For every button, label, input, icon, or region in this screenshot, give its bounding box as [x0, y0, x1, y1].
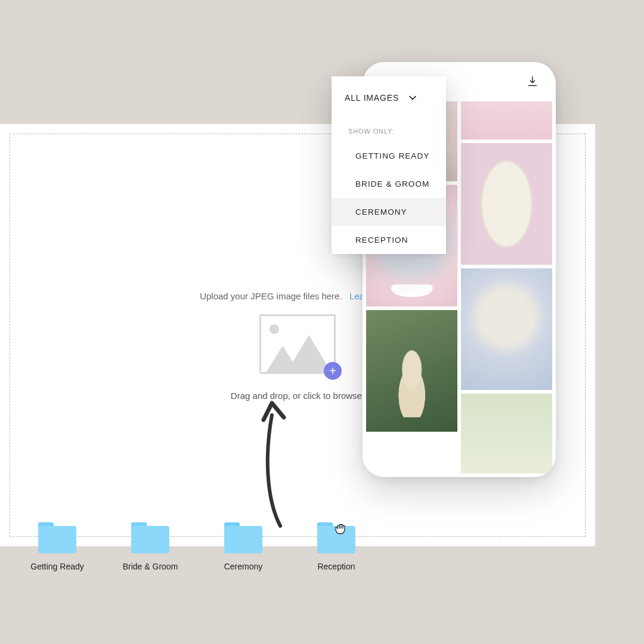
filter-option-getting-ready[interactable]: GETTING READY: [332, 142, 446, 170]
filter-option-label: CEREMONY: [355, 208, 407, 216]
folder-reception[interactable]: Reception: [304, 522, 369, 571]
gallery-image[interactable]: [366, 310, 457, 432]
filter-option-bride-and-groom[interactable]: BRIDE & GROOM: [332, 170, 446, 198]
folder-bride-and-groom[interactable]: Bride & Groom: [118, 522, 182, 571]
filter-selected-label: ALL IMAGES: [345, 93, 399, 103]
plus-icon: +: [324, 362, 342, 380]
filter-subtitle: SHOW ONLY:: [332, 113, 446, 142]
chevron-down-icon: [408, 94, 417, 102]
folder-label: Ceremony: [224, 562, 263, 571]
filter-option-label: RECEPTION: [355, 236, 408, 244]
image-placeholder[interactable]: +: [259, 314, 336, 374]
folder-icon: [38, 522, 76, 553]
folder-getting-ready[interactable]: Getting Ready: [25, 522, 89, 571]
folder-label: Getting Ready: [30, 562, 84, 571]
filter-option-ceremony[interactable]: CEREMONY: [332, 198, 446, 226]
gallery-image[interactable]: [461, 394, 552, 473]
folder-label: Reception: [317, 562, 355, 571]
upload-headline: Upload your JPEG image files here.: [200, 291, 342, 301]
filter-option-label: BRIDE & GROOM: [355, 179, 429, 188]
download-icon[interactable]: [526, 75, 539, 88]
folder-icon: [317, 522, 355, 553]
image-placeholder-icon: [259, 314, 336, 374]
filter-dropdown: ALL IMAGES SHOW ONLY: GETTING READY BRID…: [332, 76, 446, 254]
filter-dropdown-toggle[interactable]: ALL IMAGES: [332, 76, 446, 113]
folder-icon: [224, 522, 262, 553]
plus-glyph: +: [329, 365, 336, 377]
gallery-image[interactable]: [461, 101, 552, 140]
folder-ceremony[interactable]: Ceremony: [211, 522, 275, 571]
folder-icon: [131, 522, 169, 553]
filter-option-label: GETTING READY: [355, 151, 429, 160]
gallery-image[interactable]: [461, 143, 552, 265]
filter-option-reception[interactable]: RECEPTION: [332, 226, 446, 254]
gallery-image[interactable]: [461, 268, 552, 390]
folder-row: Getting Ready Bride & Groom Ceremony Rec…: [25, 522, 369, 571]
folder-label: Bride & Groom: [123, 562, 178, 571]
